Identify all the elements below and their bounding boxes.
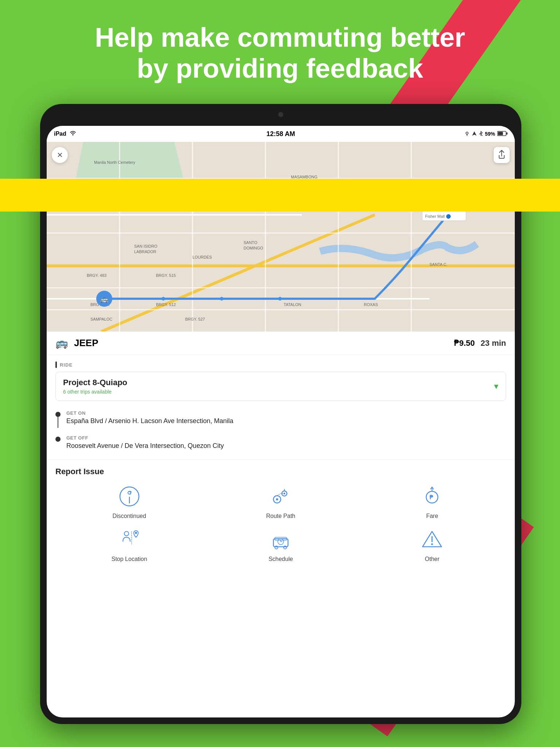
report-item-stop-location[interactable]: Stop Location [55, 527, 203, 562]
report-item-fare[interactable]: ₱ Fare [358, 484, 506, 519]
get-off-label: GET OFF [66, 435, 224, 441]
svg-point-0 [72, 135, 73, 136]
get-on-info: GET ON España Blvd / Arsenio H. Lacson A… [66, 410, 233, 425]
header-section: Help make commuting better by providing … [0, 22, 560, 84]
route-vehicle-icon: 🚌 [55, 337, 68, 349]
svg-point-50 [278, 297, 282, 301]
svg-text:SANTA C.: SANTA C. [429, 262, 447, 267]
get-on-address: España Blvd / Arsenio H. Lacson Ave Inte… [66, 417, 233, 425]
fare-label: Fare [426, 513, 438, 519]
svg-point-74 [431, 543, 433, 545]
report-title: Report Issue [55, 467, 506, 476]
report-grid: ? Discontinued [55, 484, 506, 562]
svg-text:SANTO: SANTO [244, 240, 257, 245]
stop-location-icon [117, 527, 142, 552]
other-label: Other [425, 556, 439, 562]
fare-icon: ₱ [419, 484, 445, 509]
stop-dot-container-on [55, 410, 61, 428]
ride-route-name: Project 8-Quiapo [63, 378, 127, 387]
report-item-route-path[interactable]: Route Path [207, 484, 354, 519]
svg-text:BRGY. 515: BRGY. 515 [156, 273, 176, 278]
device-screen: iPad 12:58 AM [47, 126, 515, 717]
ride-other-trips: 6 other trips available [63, 389, 127, 395]
stop-location-label: Stop Location [112, 556, 147, 562]
get-off-stop: GET OFF Roosevelt Avenue / De Vera Inter… [55, 431, 506, 453]
chevron-down-icon: ▾ [494, 381, 498, 391]
svg-text:BRGY. 483: BRGY. 483 [87, 273, 106, 278]
other-icon [419, 527, 445, 552]
map-area: Manila North Cemetery NS AMORANTO BRGY. … [47, 142, 515, 332]
stops-section: GET ON España Blvd / Arsenio H. Lacson A… [47, 407, 515, 459]
schedule-icon [268, 527, 293, 552]
battery-icon [497, 131, 508, 138]
svg-text:LOURDES: LOURDES [192, 255, 212, 259]
yellow-stripe [0, 179, 560, 212]
ride-section-label: RIDE [55, 361, 506, 368]
svg-point-1 [466, 132, 468, 134]
get-off-dot [55, 437, 61, 442]
svg-point-63 [135, 532, 137, 534]
svg-text:SAMPALOC: SAMPALOC [90, 317, 112, 321]
header-title: Help make commuting better by providing … [0, 22, 560, 84]
get-on-label: GET ON [66, 410, 233, 416]
route-path-label: Route Path [266, 513, 295, 519]
camera-notch [278, 112, 283, 117]
discontinued-icon: ? [117, 484, 142, 509]
svg-point-49 [220, 297, 223, 301]
svg-text:DOMINGO: DOMINGO [244, 246, 263, 250]
status-right: 59% [464, 131, 508, 138]
get-off-address: Roosevelt Avenue / De Vera Intersection,… [66, 442, 224, 450]
svg-rect-5 [498, 132, 503, 135]
status-bar: iPad 12:58 AM [47, 126, 515, 142]
schedule-label: Schedule [269, 556, 293, 562]
svg-point-48 [162, 297, 165, 301]
get-on-dot [55, 412, 61, 417]
svg-point-56 [276, 498, 278, 500]
svg-rect-6 [506, 132, 508, 135]
svg-text:SAN ISIDRO: SAN ISIDRO [134, 244, 158, 248]
map-share-button[interactable] [494, 147, 510, 163]
stop-dot-container-off [55, 435, 61, 442]
svg-text:Manila North Cemetery: Manila North Cemetery [94, 160, 136, 165]
svg-text:BRGY. 512: BRGY. 512 [156, 302, 176, 307]
svg-point-62 [124, 531, 129, 536]
svg-marker-3 [472, 131, 477, 136]
svg-text:🚌: 🚌 [100, 295, 109, 303]
navigation-icon [472, 131, 477, 137]
status-time: 12:58 AM [267, 130, 295, 138]
battery-percent: 59% [485, 131, 495, 137]
report-item-discontinued[interactable]: ? Discontinued [55, 484, 203, 519]
map-close-button[interactable]: ✕ [52, 147, 68, 163]
svg-text:TATALON: TATALON [284, 302, 301, 307]
route-fare: ₱9.50 [454, 338, 475, 348]
report-item-other[interactable]: Other [358, 527, 506, 562]
discontinued-label: Discontinued [112, 513, 146, 519]
ipad-label: iPad [54, 131, 66, 137]
svg-text:BRGY. 527: BRGY. 527 [185, 317, 205, 321]
get-on-stop: GET ON España Blvd / Arsenio H. Lacson A… [55, 407, 506, 431]
svg-text:Fisher Mall 🔵: Fisher Mall 🔵 [425, 214, 451, 219]
bluetooth-icon [479, 131, 483, 138]
route-time: 23 min [481, 338, 506, 348]
report-section: Report Issue ? Discontinued [47, 460, 515, 570]
svg-text:ROXAS: ROXAS [364, 302, 378, 307]
svg-text:?: ? [129, 490, 132, 496]
stop-line [58, 417, 58, 428]
ride-section: RIDE Project 8-Quiapo 6 other trips avai… [47, 355, 515, 401]
wifi-icon [69, 130, 77, 138]
share-icon [498, 150, 506, 161]
ride-route-info: Project 8-Quiapo 6 other trips available [63, 378, 127, 395]
status-left: iPad [54, 130, 77, 138]
location-icon [464, 131, 470, 138]
close-icon: ✕ [57, 151, 63, 159]
svg-text:LABRADOR: LABRADOR [134, 249, 156, 254]
get-off-info: GET OFF Roosevelt Avenue / De Vera Inter… [66, 435, 224, 450]
ride-route-selector[interactable]: Project 8-Quiapo 6 other trips available… [55, 372, 506, 401]
route-info-bar: 🚌 JEEP ₱9.50 23 min [47, 332, 515, 355]
route-name: JEEP [74, 337, 448, 349]
route-path-icon [268, 484, 293, 509]
report-item-schedule[interactable]: Schedule [207, 527, 354, 562]
svg-text:₱: ₱ [429, 494, 433, 500]
